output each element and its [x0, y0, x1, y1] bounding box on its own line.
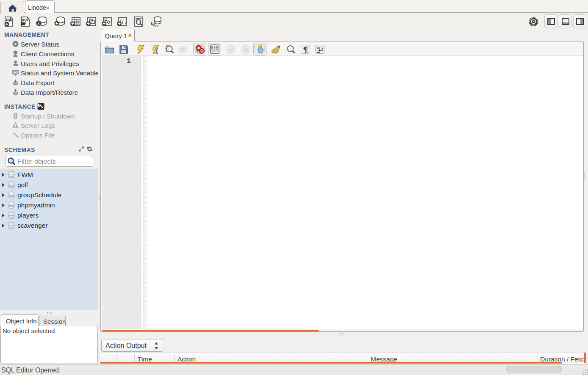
svg-text:SQL: SQL	[6, 18, 12, 22]
svg-text:SQL: SQL	[22, 18, 28, 22]
svg-text:A: A	[289, 47, 292, 51]
